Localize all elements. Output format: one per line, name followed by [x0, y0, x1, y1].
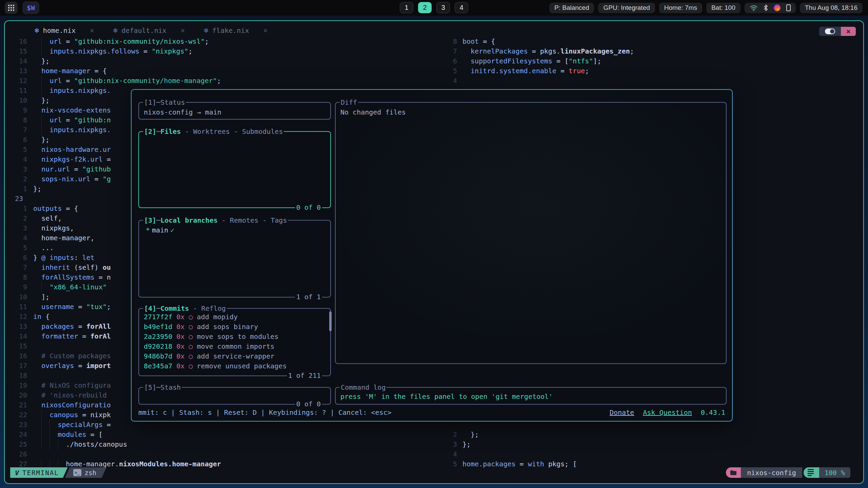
lazygit-branches-panel[interactable]: [3]─Local branches - Remotes - Tags *mai… — [138, 220, 331, 298]
code-line: 2 }; — [5, 430, 863, 440]
workspace-button-2[interactable]: 2 — [418, 2, 432, 13]
folder-segment — [726, 467, 741, 478]
shell-label: zsh — [85, 469, 96, 476]
lazygit-status-panel[interactable]: [1]─Status nixos-config → main — [138, 102, 331, 120]
branch-item[interactable]: *main✓ — [146, 225, 174, 235]
mode-label: TERMINAL — [22, 469, 59, 476]
branches-count: 1 of 1 — [295, 292, 322, 302]
commit-row[interactable]: 2a23950 0x ○ move sops to modules — [144, 332, 278, 342]
keybindings-bar: mmit: c | Stash: s | Reset: D | Keybindi… — [138, 408, 392, 418]
terminal-icon: >_ — [73, 469, 81, 476]
commits-count: 1 of 211 — [287, 371, 322, 381]
code-line: 3}; — [5, 440, 863, 449]
commit-row[interactable]: 2717f2f 0x ○ add mopidy — [144, 312, 238, 322]
repo-branch-status: nixos-config → main — [144, 107, 221, 117]
commits-scrollbar[interactable] — [329, 311, 332, 331]
line-number: 5 — [441, 459, 457, 469]
status-pill-1: GPU: Integrated — [598, 3, 655, 13]
ask-question-link[interactable]: Ask Question — [643, 408, 692, 418]
lazygit-commits-panel[interactable]: [4]─Commits - Reflog 2717f2f 0x ○ add mo… — [138, 308, 331, 376]
mode-segment: V TERMINAL — [10, 467, 68, 478]
workspace-switcher: 1234 — [400, 2, 468, 13]
app-launcher-button[interactable] — [5, 2, 18, 14]
repo-name: nixos-config — [741, 467, 802, 478]
workspace-button-4[interactable]: 4 — [455, 2, 468, 13]
lazygit-command-log-panel[interactable]: Command log press 'M' in the files panel… — [335, 387, 727, 405]
phone-icon[interactable] — [786, 4, 791, 11]
shell-segment: >_ zsh — [65, 467, 106, 478]
lazygit-diff-panel[interactable]: Diff No changed files — [335, 102, 727, 364]
wm-logo-icon[interactable]: $W — [22, 1, 39, 14]
system-tray — [745, 3, 796, 13]
lazygit-version: 0.43.1 — [701, 408, 725, 418]
workspace-button-1[interactable]: 1 — [400, 2, 413, 13]
top-bar: $W 1234 P: BalancedGPU: IntegratedHome: … — [0, 0, 868, 16]
command-log-content: press 'M' in the files panel to open 'gi… — [340, 392, 553, 402]
line-number: 2 — [441, 430, 457, 440]
code-line: 4 — [5, 449, 863, 459]
diff-content: No changed files — [340, 107, 406, 117]
folder-icon — [730, 470, 737, 475]
lazygit-popup: [1]─Status nixos-config → main [2]─Files… — [131, 89, 733, 422]
donate-link[interactable]: Donate — [610, 408, 634, 418]
commit-row[interactable]: d920218 0x ○ move common imports — [144, 342, 274, 351]
apps-grid-icon — [8, 5, 14, 11]
scroll-percent: 100 % — [819, 467, 850, 478]
lazygit-files-panel[interactable]: [2]─Files - Worktrees - Submodules 0 of … — [138, 131, 331, 208]
bluetooth-icon[interactable] — [764, 4, 768, 11]
status-pill-2: Home: 7ms — [659, 3, 702, 13]
files-count: 0 of 0 — [295, 203, 322, 212]
wifi-icon[interactable] — [750, 5, 758, 11]
commit-row[interactable]: b49ef1d 0x ○ add sops binary — [144, 322, 258, 332]
commit-row[interactable]: 9486b7d 0x ○ add service-wrapper — [144, 351, 274, 361]
line-number: 4 — [441, 449, 457, 459]
line-number: 3 — [441, 440, 457, 449]
workspace-button-3[interactable]: 3 — [436, 2, 450, 13]
status-pill-3: Bat: 100 — [706, 3, 741, 13]
color-app-icon[interactable] — [774, 4, 781, 11]
clock: Thu Aug 08, 18:16 — [800, 3, 863, 13]
lines-icon — [804, 467, 819, 478]
vim-logo-icon: V — [15, 469, 19, 477]
terminal-window: ❄home.nix×❄default.nix×❄flake.nix× × 16 … — [4, 20, 864, 484]
commit-row[interactable]: 8e345a7 0x ○ remove unused packages — [144, 361, 287, 371]
status-pill-0: P: Balanced — [549, 3, 594, 13]
lazygit-stash-panel[interactable]: [5]─Stash 0 of 0 — [138, 387, 331, 405]
